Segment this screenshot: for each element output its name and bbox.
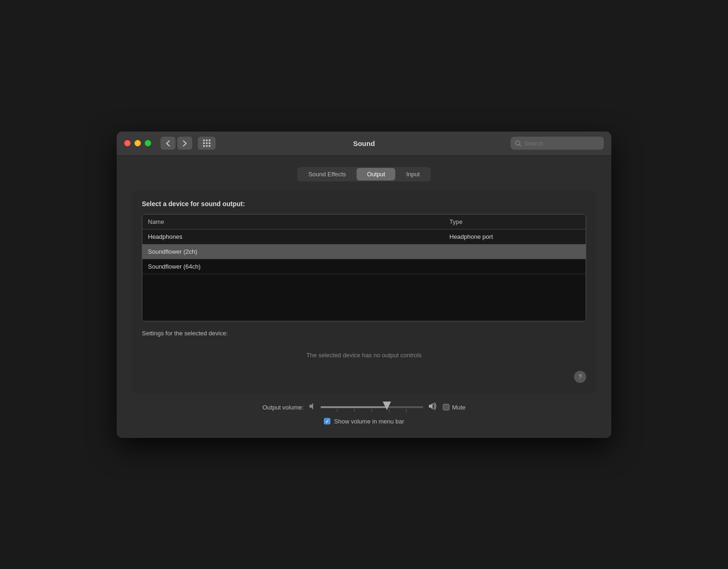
table-row[interactable]: Soundflower (64ch)	[142, 259, 586, 274]
tab-input[interactable]: Input	[396, 168, 430, 180]
device-name: Headphones	[148, 233, 449, 240]
tab-output[interactable]: Output	[357, 168, 395, 180]
titlebar: Sound	[117, 132, 611, 156]
tabs: Sound Effects Output Input	[297, 167, 431, 181]
traffic-lights	[124, 140, 151, 146]
menubar-row: Show volume in menu bar	[132, 418, 596, 425]
device-table: Name Type Headphones Headphone port Soun…	[142, 214, 586, 321]
mute-row: Mute	[443, 404, 466, 411]
table-row[interactable]: Soundflower (2ch)	[142, 244, 586, 259]
svg-marker-1	[309, 403, 313, 409]
search-box[interactable]	[511, 137, 604, 150]
svg-marker-2	[429, 403, 433, 409]
tick-mark	[406, 409, 406, 412]
forward-button[interactable]	[177, 137, 192, 150]
volume-label: Output volume:	[262, 404, 303, 411]
nav-buttons	[161, 137, 192, 150]
minimize-button[interactable]	[134, 140, 141, 146]
tick-mark	[337, 409, 337, 412]
col-name-header: Name	[148, 218, 449, 225]
volume-high-icon	[428, 402, 438, 412]
maximize-button[interactable]	[145, 140, 151, 146]
tab-sound-effects[interactable]: Sound Effects	[298, 168, 357, 180]
slider-thumb[interactable]	[383, 402, 391, 410]
device-type	[449, 248, 580, 255]
settings-label: Settings for the selected device:	[142, 330, 586, 337]
device-name: Soundflower (2ch)	[148, 248, 449, 255]
grid-icon	[203, 139, 210, 147]
window: Sound Sound Effects Output Input Select …	[117, 132, 611, 438]
volume-low-icon	[308, 402, 316, 412]
search-input[interactable]	[524, 140, 599, 147]
col-type-header: Type	[449, 218, 580, 225]
no-controls-message: The selected device has no output contro…	[142, 343, 586, 363]
table-header: Name Type	[142, 215, 586, 229]
show-menubar-label: Show volume in menu bar	[334, 418, 404, 425]
table-empty-area	[142, 274, 586, 321]
mute-label: Mute	[452, 404, 466, 411]
slider-fill	[321, 406, 387, 408]
help-button[interactable]: ?	[574, 371, 586, 383]
device-name: Soundflower (64ch)	[148, 263, 449, 270]
volume-slider[interactable]	[321, 406, 423, 408]
grid-view-button[interactable]	[198, 137, 216, 150]
volume-row: Output volume:	[132, 402, 596, 412]
device-type: Headphone port	[449, 233, 580, 240]
back-button[interactable]	[161, 137, 175, 150]
window-title: Sound	[353, 139, 375, 147]
main-content: Sound Effects Output Input Select a devi…	[117, 156, 611, 438]
output-panel: Select a device for sound output: Name T…	[132, 191, 596, 394]
tick-mark	[354, 409, 355, 412]
table-row[interactable]: Headphones Headphone port	[142, 229, 586, 244]
close-button[interactable]	[124, 140, 131, 146]
help-row: ?	[142, 367, 586, 385]
tick-mark	[371, 409, 372, 412]
tabs-container: Sound Effects Output Input	[132, 167, 596, 181]
section-title: Select a device for sound output:	[142, 200, 586, 208]
mute-checkbox[interactable]	[443, 404, 449, 410]
show-menubar-checkbox[interactable]	[324, 418, 330, 424]
device-type	[449, 263, 580, 270]
search-icon	[515, 140, 521, 146]
